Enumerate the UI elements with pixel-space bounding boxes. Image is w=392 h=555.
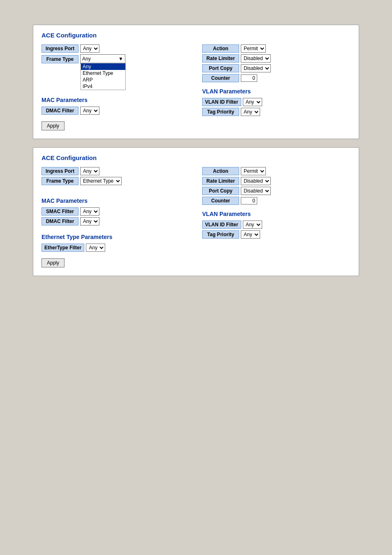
frame-type-row-1: Frame Type Any ▼ Any Ethernet Type ARP [42, 54, 190, 64]
frame-type-label-1: Frame Type [42, 55, 78, 63]
action-label-1: Action [202, 44, 239, 53]
ethertype-filter-select-2[interactable]: Any [86, 244, 105, 252]
dropdown-item-any-1[interactable]: Any [81, 63, 125, 70]
counter-row-2: Counter 0 [202, 197, 350, 205]
smac-filter-select-2[interactable]: Any [80, 207, 99, 216]
tag-priority-select-2[interactable]: Any [241, 230, 260, 239]
vlan-id-filter-label-2: VLAN ID Filter [202, 221, 241, 229]
counter-label-2: Counter [202, 197, 239, 205]
smac-filter-label-2: SMAC Filter [42, 207, 78, 216]
frame-type-selected-1: Any [82, 56, 118, 62]
ethertype-filter-row-2: EtherType Filter Any [42, 244, 190, 252]
page-wrapper: ACE Configuration Ingress Port Any Frame… [8, 8, 384, 293]
dropdown-item-ethernet-1[interactable]: Ethernet Type [81, 70, 125, 77]
action-value-2: Permit Deny [241, 167, 266, 175]
action-select-2[interactable]: Permit Deny [241, 167, 266, 175]
counter-value-display-2: 0 [241, 197, 257, 204]
dropdown-item-ipv4-1[interactable]: IPv4 [81, 83, 125, 90]
ace-panel-1: ACE Configuration Ingress Port Any Frame… [33, 25, 359, 139]
panel-2-title: ACE Configuration [42, 154, 350, 161]
port-copy-select-2[interactable]: Disabled [241, 187, 271, 195]
vlan-id-filter-value-2: Any [243, 221, 262, 229]
port-copy-value-2: Disabled [241, 187, 271, 195]
dmac-filter-select-2[interactable]: Any [80, 217, 99, 225]
dmac-filter-label-2: DMAC Filter [42, 217, 78, 225]
action-label-2: Action [202, 167, 239, 175]
port-copy-value-1: Disabled [241, 64, 271, 72]
dmac-filter-row-1: DMAC Filter Any [42, 107, 190, 115]
frame-type-value-2: Any Ethernet Type ARP IPv4 [80, 177, 122, 185]
ingress-port-label-1: Ingress Port [42, 44, 78, 53]
panel-1-body: Ingress Port Any Frame Type Any [42, 44, 350, 130]
dmac-filter-label-1: DMAC Filter [42, 107, 78, 115]
rate-limiter-select-1[interactable]: Disabled [241, 54, 271, 63]
port-copy-select-1[interactable]: Disabled [241, 64, 271, 72]
ingress-port-row-1: Ingress Port Any [42, 44, 190, 53]
vlan-id-filter-label-1: VLAN ID Filter [202, 98, 241, 106]
eth-type-params-title-2: Ethernet Type Parameters [42, 234, 190, 240]
port-copy-row-1: Port Copy Disabled [202, 64, 350, 72]
port-copy-row-2: Port Copy Disabled [202, 187, 350, 195]
tag-priority-label-2: Tag Priority [202, 230, 239, 239]
panel-1-right: Action Permit Deny Rate Limiter Disabled [202, 44, 350, 130]
smac-filter-value-2: Any [80, 207, 99, 216]
counter-row-1: Counter 0 [202, 74, 350, 82]
vlan-id-filter-value-1: Any [243, 98, 262, 106]
apply-button-2[interactable]: Apply [42, 258, 65, 267]
dropdown-list-1: Any Ethernet Type ARP IPv4 [81, 63, 126, 90]
ingress-port-select-2[interactable]: Any [80, 167, 99, 175]
dmac-filter-select-1[interactable]: Any [80, 107, 99, 115]
apply-button-1[interactable]: Apply [42, 121, 65, 130]
ingress-port-value-1: Any [80, 44, 99, 53]
frame-type-label-2: Frame Type [42, 177, 78, 185]
rate-limiter-row-2: Rate Limiter Disabled [202, 177, 350, 185]
port-copy-label-2: Port Copy [202, 187, 239, 195]
frame-type-select-2[interactable]: Any Ethernet Type ARP IPv4 [80, 177, 122, 185]
tag-priority-value-1: Any [241, 108, 260, 116]
panel-2-right: Action Permit Deny Rate Limiter Disabled [202, 167, 350, 267]
vlan-id-filter-row-2: VLAN ID Filter Any [202, 221, 350, 229]
rate-limiter-row-1: Rate Limiter Disabled [202, 54, 350, 63]
dmac-filter-value-2: Any [80, 217, 99, 225]
ingress-port-value-2: Any [80, 167, 99, 175]
smac-filter-row-2: SMAC Filter Any [42, 207, 190, 216]
tag-priority-label-1: Tag Priority [202, 108, 239, 116]
ethertype-filter-value-2: Any [86, 244, 105, 252]
dmac-filter-value-1: Any [80, 107, 99, 115]
ingress-port-select-1[interactable]: Any [80, 44, 99, 53]
ingress-port-label-2: Ingress Port [42, 167, 78, 175]
ingress-port-row-2: Ingress Port Any [42, 167, 190, 175]
action-select-1[interactable]: Permit Deny [241, 44, 266, 53]
vlan-id-filter-select-2[interactable]: Any [243, 221, 262, 229]
action-row-2: Action Permit Deny [202, 167, 350, 175]
panel-2-left: Ingress Port Any Frame Type Any Ethernet… [42, 167, 190, 267]
counter-number-2: 0 [241, 197, 257, 204]
rate-limiter-label-1: Rate Limiter [202, 54, 239, 63]
action-value-1: Permit Deny [241, 44, 266, 53]
vlan-id-filter-select-1[interactable]: Any [243, 98, 262, 106]
tag-priority-row-2: Tag Priority Any [202, 230, 350, 239]
rate-limiter-value-2: Disabled [241, 177, 271, 185]
frame-type-arrow-1: ▼ [118, 56, 123, 62]
frame-type-dropdown-open-1[interactable]: Any ▼ Any Ethernet Type ARP IPv4 [80, 54, 125, 64]
dropdown-item-arp-1[interactable]: ARP [81, 77, 125, 83]
rate-limiter-label-2: Rate Limiter [202, 177, 239, 185]
vlan-params-title-2: VLAN Parameters [202, 211, 350, 217]
dmac-filter-row-2: DMAC Filter Any [42, 217, 190, 225]
tag-priority-value-2: Any [241, 230, 260, 239]
panel-2-body: Ingress Port Any Frame Type Any Ethernet… [42, 167, 350, 267]
mac-params-title-2: MAC Parameters [42, 197, 190, 204]
mac-params-title-1: MAC Parameters [42, 97, 190, 103]
ace-panel-2: ACE Configuration Ingress Port Any Frame… [33, 147, 359, 276]
counter-value-display-1: 0 [241, 74, 257, 82]
tag-priority-select-1[interactable]: Any [241, 108, 260, 116]
counter-number-1: 0 [241, 74, 257, 82]
rate-limiter-select-2[interactable]: Disabled [241, 177, 271, 185]
frame-type-row-2: Frame Type Any Ethernet Type ARP IPv4 [42, 177, 190, 185]
ethertype-filter-label-2: EtherType Filter [42, 244, 84, 252]
rate-limiter-value-1: Disabled [241, 54, 271, 63]
panel-1-title: ACE Configuration [42, 32, 350, 39]
panel-1-left: Ingress Port Any Frame Type Any [42, 44, 190, 130]
action-row-1: Action Permit Deny [202, 44, 350, 53]
port-copy-label-1: Port Copy [202, 64, 239, 72]
